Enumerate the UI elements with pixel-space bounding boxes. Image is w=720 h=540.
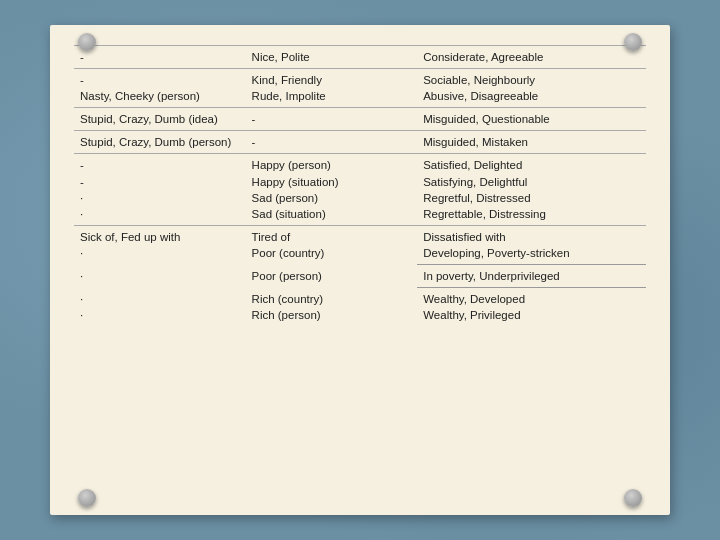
table-cell-1-col3: Sociable, NeighbourlyAbusive, Disagreeab…: [417, 69, 646, 108]
table-cell-5-col2: Tired ofPoor (country): [246, 225, 418, 264]
table-cell-2-col1: Stupid, Crazy, Dumb (idea): [74, 108, 246, 131]
vocabulary-table: -Nice, PoliteConsiderate, Agreeable-Nast…: [74, 45, 646, 326]
table-cell-3-col2: -: [246, 131, 418, 154]
table-cell-6-col3: In poverty, Underprivileged: [417, 265, 646, 288]
table-cell-1-col1: -Nasty, Cheeky (person): [74, 69, 246, 108]
table-cell-0-col3: Considerate, Agreeable: [417, 46, 646, 69]
pin-top-left: [78, 33, 96, 51]
table-cell-4-col3: Satisfied, DelightedSatisfying, Delightf…: [417, 154, 646, 225]
table-cell-4-col2: Happy (person)Happy (situation)Sad (pers…: [246, 154, 418, 225]
table-cell-7-col1: ··: [74, 288, 246, 327]
table-cell-2-col3: Misguided, Questionable: [417, 108, 646, 131]
table-cell-6-col1: ·: [74, 265, 246, 288]
table-cell-3-col1: Stupid, Crazy, Dumb (person): [74, 131, 246, 154]
pin-bottom-right: [624, 489, 642, 507]
table-cell-4-col1: --··: [74, 154, 246, 225]
table-cell-2-col2: -: [246, 108, 418, 131]
table-cell-5-col3: Dissatisfied withDeveloping, Poverty-str…: [417, 225, 646, 264]
table-cell-6-col2: Poor (person): [246, 265, 418, 288]
pin-top-right: [624, 33, 642, 51]
table-cell-7-col3: Wealthy, DevelopedWealthy, Privileged: [417, 288, 646, 327]
pin-bottom-left: [78, 489, 96, 507]
table-cell-7-col2: Rich (country)Rich (person): [246, 288, 418, 327]
table-cell-5-col1: Sick of, Fed up with·: [74, 225, 246, 264]
table-cell-0-col2: Nice, Polite: [246, 46, 418, 69]
table-cell-0-col1: -: [74, 46, 246, 69]
table-cell-3-col3: Misguided, Mistaken: [417, 131, 646, 154]
table-cell-1-col2: Kind, FriendlyRude, Impolite: [246, 69, 418, 108]
paper-background: -Nice, PoliteConsiderate, Agreeable-Nast…: [50, 25, 670, 515]
